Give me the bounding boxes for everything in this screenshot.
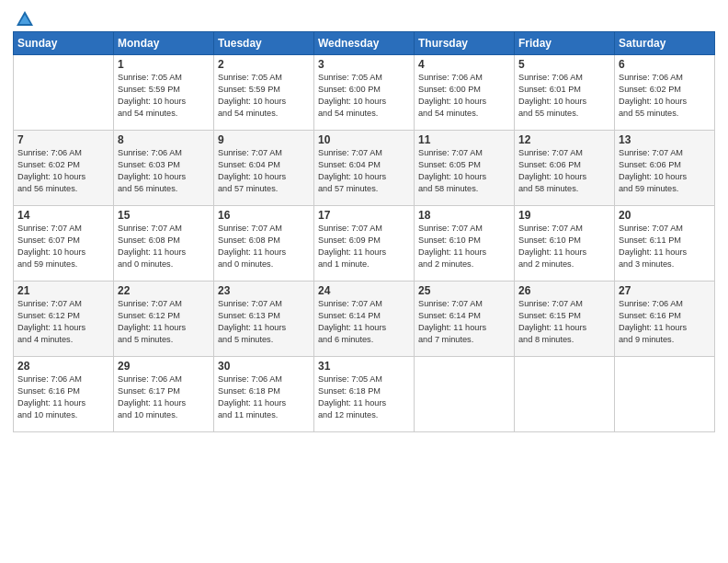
week-row-5: 28Sunrise: 7:06 AMSunset: 6:16 PMDayligh…	[14, 357, 715, 432]
day-number: 1	[118, 58, 210, 71]
day-number: 31	[318, 360, 410, 373]
day-info: Sunrise: 7:06 AMSunset: 6:17 PMDaylight:…	[118, 373, 210, 421]
day-cell	[14, 55, 114, 131]
day-number: 14	[17, 209, 109, 222]
day-number: 29	[118, 360, 210, 373]
calendar-page: SundayMondayTuesdayWednesdayThursdayFrid…	[0, 0, 728, 563]
day-info: Sunrise: 7:07 AMSunset: 6:12 PMDaylight:…	[118, 298, 210, 346]
day-number: 30	[218, 360, 310, 373]
day-number: 11	[418, 133, 510, 146]
day-number: 16	[218, 209, 310, 222]
day-cell: 8Sunrise: 7:06 AMSunset: 6:03 PMDaylight…	[114, 131, 214, 206]
calendar-body: 1Sunrise: 7:05 AMSunset: 5:59 PMDaylight…	[14, 55, 715, 432]
day-cell: 28Sunrise: 7:06 AMSunset: 6:16 PMDayligh…	[14, 357, 114, 432]
day-cell: 24Sunrise: 7:07 AMSunset: 6:14 PMDayligh…	[314, 282, 415, 357]
day-cell	[415, 357, 515, 432]
day-info: Sunrise: 7:06 AMSunset: 6:16 PMDaylight:…	[17, 373, 109, 421]
day-info: Sunrise: 7:06 AMSunset: 6:03 PMDaylight:…	[118, 147, 210, 195]
day-cell: 2Sunrise: 7:05 AMSunset: 5:59 PMDaylight…	[214, 55, 314, 131]
day-info: Sunrise: 7:07 AMSunset: 6:04 PMDaylight:…	[218, 147, 310, 195]
day-info: Sunrise: 7:07 AMSunset: 6:10 PMDaylight:…	[418, 223, 510, 270]
day-info: Sunrise: 7:05 AMSunset: 6:18 PMDaylight:…	[318, 373, 410, 421]
day-cell: 10Sunrise: 7:07 AMSunset: 6:04 PMDayligh…	[314, 131, 415, 206]
day-info: Sunrise: 7:06 AMSunset: 6:16 PMDaylight:…	[619, 298, 711, 346]
day-cell: 30Sunrise: 7:06 AMSunset: 6:18 PMDayligh…	[214, 357, 314, 432]
day-cell: 22Sunrise: 7:07 AMSunset: 6:12 PMDayligh…	[114, 282, 214, 357]
day-cell: 18Sunrise: 7:07 AMSunset: 6:10 PMDayligh…	[415, 206, 515, 282]
day-cell: 12Sunrise: 7:07 AMSunset: 6:06 PMDayligh…	[515, 131, 615, 206]
day-info: Sunrise: 7:05 AMSunset: 6:00 PMDaylight:…	[318, 72, 410, 120]
day-number: 10	[318, 133, 410, 146]
header-day-tuesday: Tuesday	[214, 32, 314, 55]
day-number: 12	[518, 133, 610, 146]
day-info: Sunrise: 7:07 AMSunset: 6:06 PMDaylight:…	[518, 147, 610, 195]
day-number: 3	[318, 58, 410, 71]
day-number: 8	[118, 133, 210, 146]
day-info: Sunrise: 7:07 AMSunset: 6:07 PMDaylight:…	[17, 223, 109, 270]
day-cell: 31Sunrise: 7:05 AMSunset: 6:18 PMDayligh…	[314, 357, 415, 432]
day-info: Sunrise: 7:07 AMSunset: 6:05 PMDaylight:…	[418, 147, 510, 195]
day-number: 19	[518, 209, 610, 222]
day-number: 5	[518, 58, 610, 71]
header-day-thursday: Thursday	[415, 32, 515, 55]
logo	[13, 9, 35, 26]
day-number: 21	[17, 284, 109, 297]
day-info: Sunrise: 7:06 AMSunset: 6:01 PMDaylight:…	[518, 72, 610, 120]
logo-icon	[15, 9, 35, 29]
day-cell: 15Sunrise: 7:07 AMSunset: 6:08 PMDayligh…	[114, 206, 214, 282]
day-number: 28	[17, 360, 109, 373]
day-cell: 16Sunrise: 7:07 AMSunset: 6:08 PMDayligh…	[214, 206, 314, 282]
day-number: 26	[518, 284, 610, 297]
day-info: Sunrise: 7:06 AMSunset: 6:02 PMDaylight:…	[619, 72, 711, 120]
day-cell: 1Sunrise: 7:05 AMSunset: 5:59 PMDaylight…	[114, 55, 214, 131]
day-cell: 19Sunrise: 7:07 AMSunset: 6:10 PMDayligh…	[515, 206, 615, 282]
day-number: 24	[318, 284, 410, 297]
day-info: Sunrise: 7:06 AMSunset: 6:18 PMDaylight:…	[218, 373, 310, 421]
day-number: 23	[218, 284, 310, 297]
header-row: SundayMondayTuesdayWednesdayThursdayFrid…	[14, 32, 715, 55]
day-cell: 25Sunrise: 7:07 AMSunset: 6:14 PMDayligh…	[415, 282, 515, 357]
day-number: 22	[118, 284, 210, 297]
header-day-wednesday: Wednesday	[314, 32, 415, 55]
day-cell	[515, 357, 615, 432]
calendar-header: SundayMondayTuesdayWednesdayThursdayFrid…	[14, 32, 715, 55]
day-number: 7	[17, 133, 109, 146]
day-cell: 7Sunrise: 7:06 AMSunset: 6:02 PMDaylight…	[14, 131, 114, 206]
week-row-1: 1Sunrise: 7:05 AMSunset: 5:59 PMDaylight…	[14, 55, 715, 131]
day-number: 6	[619, 58, 711, 71]
day-info: Sunrise: 7:05 AMSunset: 5:59 PMDaylight:…	[118, 72, 210, 120]
day-cell: 13Sunrise: 7:07 AMSunset: 6:06 PMDayligh…	[615, 131, 715, 206]
day-number: 27	[619, 284, 711, 297]
day-cell: 4Sunrise: 7:06 AMSunset: 6:00 PMDaylight…	[415, 55, 515, 131]
day-info: Sunrise: 7:07 AMSunset: 6:10 PMDaylight:…	[518, 223, 610, 270]
day-number: 18	[418, 209, 510, 222]
day-number: 9	[218, 133, 310, 146]
day-info: Sunrise: 7:07 AMSunset: 6:14 PMDaylight:…	[318, 298, 410, 346]
day-number: 20	[619, 209, 711, 222]
day-number: 17	[318, 209, 410, 222]
day-info: Sunrise: 7:07 AMSunset: 6:14 PMDaylight:…	[418, 298, 510, 346]
day-info: Sunrise: 7:07 AMSunset: 6:15 PMDaylight:…	[518, 298, 610, 346]
day-cell: 27Sunrise: 7:06 AMSunset: 6:16 PMDayligh…	[615, 282, 715, 357]
calendar-table: SundayMondayTuesdayWednesdayThursdayFrid…	[13, 31, 715, 432]
day-number: 15	[118, 209, 210, 222]
day-cell: 29Sunrise: 7:06 AMSunset: 6:17 PMDayligh…	[114, 357, 214, 432]
header-day-saturday: Saturday	[615, 32, 715, 55]
day-info: Sunrise: 7:07 AMSunset: 6:11 PMDaylight:…	[619, 223, 711, 270]
day-cell: 26Sunrise: 7:07 AMSunset: 6:15 PMDayligh…	[515, 282, 615, 357]
day-cell	[615, 357, 715, 432]
day-cell: 17Sunrise: 7:07 AMSunset: 6:09 PMDayligh…	[314, 206, 415, 282]
day-number: 13	[619, 133, 711, 146]
header-day-friday: Friday	[515, 32, 615, 55]
day-cell: 9Sunrise: 7:07 AMSunset: 6:04 PMDaylight…	[214, 131, 314, 206]
day-cell: 3Sunrise: 7:05 AMSunset: 6:00 PMDaylight…	[314, 55, 415, 131]
day-cell: 6Sunrise: 7:06 AMSunset: 6:02 PMDaylight…	[615, 55, 715, 131]
week-row-2: 7Sunrise: 7:06 AMSunset: 6:02 PMDaylight…	[14, 131, 715, 206]
day-cell: 21Sunrise: 7:07 AMSunset: 6:12 PMDayligh…	[14, 282, 114, 357]
day-cell: 23Sunrise: 7:07 AMSunset: 6:13 PMDayligh…	[214, 282, 314, 357]
week-row-3: 14Sunrise: 7:07 AMSunset: 6:07 PMDayligh…	[14, 206, 715, 282]
day-info: Sunrise: 7:07 AMSunset: 6:08 PMDaylight:…	[218, 223, 310, 270]
day-info: Sunrise: 7:06 AMSunset: 6:02 PMDaylight:…	[17, 147, 109, 195]
day-number: 2	[218, 58, 310, 71]
day-info: Sunrise: 7:06 AMSunset: 6:00 PMDaylight:…	[418, 72, 510, 120]
